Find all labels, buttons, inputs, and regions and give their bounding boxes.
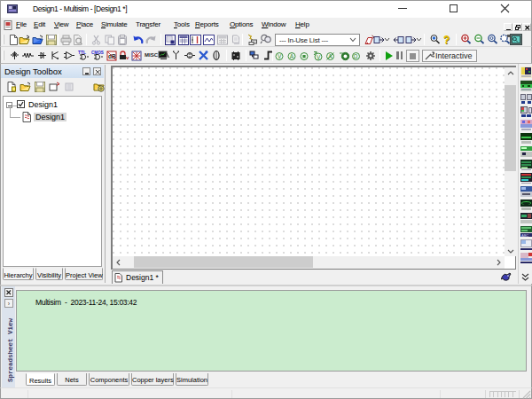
svg-text:V: V [317, 54, 321, 60]
svg-text:V: V [278, 53, 282, 59]
svg-text:A: A [290, 53, 294, 59]
svg-text:Ω: Ω [354, 53, 358, 59]
svg-text:v: v [126, 55, 129, 60]
